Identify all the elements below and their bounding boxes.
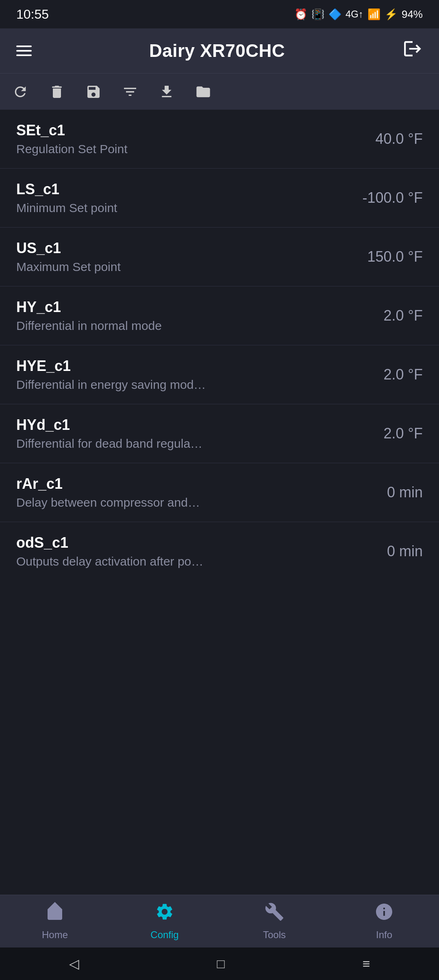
home-icon bbox=[45, 902, 65, 926]
param-value-3: 2.0 °F bbox=[341, 307, 423, 324]
param-desc-4: Differential in energy saving mod… bbox=[16, 378, 301, 392]
param-item-set-c1[interactable]: SEt_c1 Regulation Set Point 40.0 °F bbox=[0, 110, 439, 169]
nav-label-tools: Tools bbox=[263, 929, 286, 941]
param-list: SEt_c1 Regulation Set Point 40.0 °F LS_c… bbox=[0, 110, 439, 666]
param-item-hy-c1[interactable]: HY_c1 Differential in normal mode 2.0 °F bbox=[0, 286, 439, 345]
nav-item-tools[interactable]: Tools bbox=[220, 902, 329, 941]
nav-label-home: Home bbox=[42, 929, 68, 941]
refresh-button[interactable] bbox=[12, 84, 28, 100]
param-code-2: US_c1 bbox=[16, 240, 301, 257]
param-code-7: odS_c1 bbox=[16, 534, 301, 551]
bottom-nav: Home Config Tools Info bbox=[0, 895, 439, 947]
nav-item-config[interactable]: Config bbox=[110, 902, 220, 941]
status-time: 10:55 bbox=[16, 7, 49, 22]
nav-label-info: Info bbox=[376, 929, 392, 941]
alarm-icon: ⏰ bbox=[294, 8, 307, 21]
delete-button[interactable] bbox=[49, 84, 65, 100]
param-code-3: HY_c1 bbox=[16, 299, 301, 316]
battery-icon: ⚡ bbox=[385, 8, 398, 21]
status-icons: ⏰ 📳 🔷 4G↑ 📶 ⚡ 94% bbox=[294, 8, 423, 21]
signal-bars-icon: 📶 bbox=[367, 8, 380, 21]
param-value-2: 150.0 °F bbox=[341, 248, 423, 265]
param-desc-0: Regulation Set Point bbox=[16, 142, 301, 156]
param-desc-6: Delay between compressor and… bbox=[16, 496, 301, 510]
app-title: Dairy XR70CHC bbox=[149, 41, 285, 61]
param-value-4: 2.0 °F bbox=[341, 366, 423, 383]
nav-item-home[interactable]: Home bbox=[0, 902, 110, 941]
param-value-6: 0 min bbox=[341, 484, 423, 501]
bluetooth-icon: 🔷 bbox=[328, 8, 341, 21]
home-button[interactable]: □ bbox=[217, 956, 225, 971]
hamburger-menu-icon[interactable] bbox=[16, 46, 32, 56]
save-button[interactable] bbox=[85, 84, 102, 100]
param-value-7: 0 min bbox=[341, 543, 423, 560]
nav-label-config: Config bbox=[150, 929, 178, 941]
filter-button[interactable] bbox=[122, 84, 138, 100]
param-desc-2: Maximum Set point bbox=[16, 260, 301, 274]
recents-button[interactable]: ≡ bbox=[363, 956, 370, 971]
logout-icon[interactable] bbox=[402, 39, 423, 63]
param-item-us-c1[interactable]: US_c1 Maximum Set point 150.0 °F bbox=[0, 228, 439, 286]
vibrate-icon: 📳 bbox=[311, 8, 324, 21]
status-bar: 10:55 ⏰ 📳 🔷 4G↑ 📶 ⚡ 94% bbox=[0, 0, 439, 28]
nav-item-info[interactable]: Info bbox=[329, 902, 439, 941]
param-value-1: -100.0 °F bbox=[341, 189, 423, 206]
param-value-5: 2.0 °F bbox=[341, 425, 423, 442]
param-item-rar-c1[interactable]: rAr_c1 Delay between compressor and… 0 m… bbox=[0, 463, 439, 522]
param-code-5: HYd_c1 bbox=[16, 416, 301, 434]
system-nav-bar: ◁ □ ≡ bbox=[0, 947, 439, 980]
battery-percent: 94% bbox=[402, 8, 423, 21]
param-desc-7: Outputs delay activation after po… bbox=[16, 555, 301, 568]
param-item-hyd-c1[interactable]: HYd_c1 Differential for dead band regula… bbox=[0, 404, 439, 463]
param-item-ls-c1[interactable]: LS_c1 Minimum Set point -100.0 °F bbox=[0, 169, 439, 228]
param-code-0: SEt_c1 bbox=[16, 122, 301, 139]
param-code-1: LS_c1 bbox=[16, 181, 301, 198]
param-value-0: 40.0 °F bbox=[341, 130, 423, 147]
param-desc-1: Minimum Set point bbox=[16, 201, 301, 215]
param-item-hye-c1[interactable]: HYE_c1 Differential in energy saving mod… bbox=[0, 345, 439, 404]
config-icon bbox=[155, 902, 174, 926]
signal-icon: 4G↑ bbox=[346, 9, 363, 20]
app-bar: Dairy XR70CHC bbox=[0, 28, 439, 73]
folder-button[interactable] bbox=[195, 84, 211, 100]
param-code-4: HYE_c1 bbox=[16, 358, 301, 375]
back-button[interactable]: ◁ bbox=[69, 956, 79, 971]
toolbar bbox=[0, 73, 439, 110]
param-desc-3: Differential in normal mode bbox=[16, 319, 301, 333]
download-button[interactable] bbox=[159, 84, 175, 100]
param-desc-5: Differential for dead band regula… bbox=[16, 437, 301, 451]
param-code-6: rAr_c1 bbox=[16, 475, 301, 492]
param-item-ods-c1[interactable]: odS_c1 Outputs delay activation after po… bbox=[0, 522, 439, 581]
info-icon bbox=[374, 902, 394, 926]
tools-icon bbox=[265, 902, 284, 926]
